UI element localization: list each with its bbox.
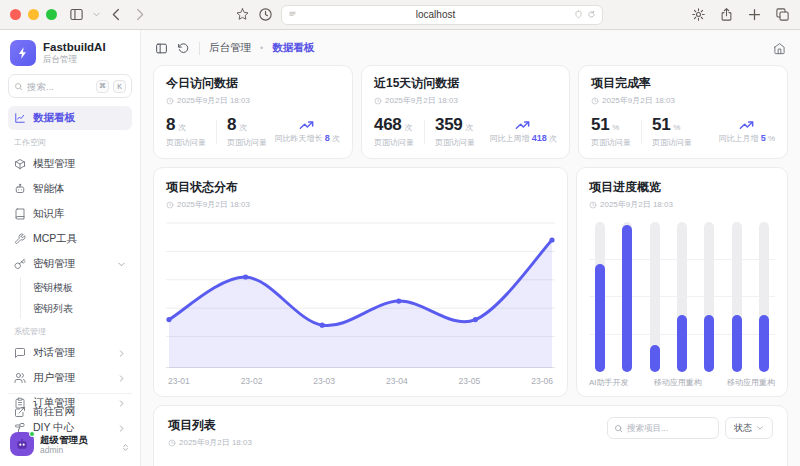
stat-unit: 次 xyxy=(465,122,473,133)
home-icon[interactable] xyxy=(773,42,786,55)
sidebar-item-label: 知识库 xyxy=(33,207,126,221)
stat-card-date-row: 2025年9月2日 18:03 xyxy=(591,95,775,106)
stat-block: 468次页面访问量 xyxy=(374,115,414,148)
trend-indicator: 同比上月增 5 % xyxy=(718,119,775,144)
reload-icon[interactable] xyxy=(587,10,596,19)
stat-card-date: 2025年9月2日 18:03 xyxy=(385,95,458,106)
status-filter-select[interactable]: 状态 xyxy=(725,417,773,439)
project-search[interactable] xyxy=(607,417,719,439)
clock-icon xyxy=(591,97,599,105)
sidebar-item-knowledge[interactable]: 知识库 xyxy=(8,202,132,226)
trend-label: 同比上周增 xyxy=(490,134,530,143)
project-search-input[interactable] xyxy=(627,423,712,433)
stat-block: 51%页面访问量 xyxy=(591,115,631,148)
sidebar-search-input[interactable] xyxy=(27,81,92,92)
bar-track xyxy=(704,222,714,372)
sidebar-item-label: 智能体 xyxy=(33,182,126,196)
sidebar-item-model[interactable]: 模型管理 xyxy=(8,152,132,176)
x-tick-label: 23-05 xyxy=(459,376,481,386)
new-tab-icon[interactable] xyxy=(747,7,762,22)
stat-value: 8 xyxy=(227,115,236,135)
sidebar-item-label: 密钥管理 xyxy=(33,257,110,271)
stat-value: 51 xyxy=(591,115,609,135)
sidebar-section-label: 系统管理 xyxy=(14,326,126,337)
stat-unit: % xyxy=(612,123,619,132)
agent-icon xyxy=(14,183,26,195)
zoom-window-button[interactable] xyxy=(46,9,57,20)
bar-track xyxy=(622,222,632,372)
sidebar-item-key[interactable]: 密钥管理 xyxy=(8,252,132,276)
breadcrumb-separator: • xyxy=(260,43,263,53)
stat-card-date: 2025年9月2日 18:03 xyxy=(602,95,675,106)
bar-chart-title: 项目进度概览 xyxy=(589,179,775,196)
back-icon[interactable] xyxy=(109,7,124,22)
collapse-sidebar-icon[interactable] xyxy=(155,42,168,55)
bar xyxy=(677,315,687,372)
sidebar-item-users[interactable]: 用户管理 xyxy=(8,366,132,390)
stat-block: 8次页面访问量 xyxy=(166,115,206,148)
settings-gear-icon[interactable] xyxy=(691,7,706,22)
chrome-right-icons xyxy=(691,7,790,22)
line-chart xyxy=(166,220,555,372)
breadcrumb-current: 数据看板 xyxy=(272,41,314,55)
stat-divider xyxy=(641,120,642,144)
trend-value: 418 xyxy=(532,133,547,143)
trend-label: 同比上月增 xyxy=(718,134,758,143)
line-chart-card: 项目状态分布 2025年9月2日 18:03 23-0123-0223-0323… xyxy=(153,167,568,397)
stat-card-title: 近15天访问数据 xyxy=(374,75,557,92)
stat-value: 468 xyxy=(374,115,401,135)
address-bar[interactable]: localhost xyxy=(281,5,603,25)
url-text: localhost xyxy=(301,9,570,20)
stat-label: 页面访问量 xyxy=(374,137,414,148)
window-controls xyxy=(10,9,57,20)
sidebar-item-dashboard[interactable]: 数据看板 xyxy=(8,106,132,130)
dashboard-icon xyxy=(14,112,26,124)
trend-value: 5 xyxy=(761,133,766,143)
stat-card-date-row: 2025年9月2日 18:03 xyxy=(166,95,340,106)
breadcrumb-root[interactable]: 后台管理 xyxy=(209,41,251,55)
chevron-right-icon xyxy=(117,374,126,383)
line-chart-title: 项目状态分布 xyxy=(166,179,555,196)
stat-label: 页面访问量 xyxy=(435,137,475,148)
bar xyxy=(704,315,714,372)
bar-track xyxy=(732,222,742,372)
refresh-icon[interactable] xyxy=(177,42,190,55)
tab-overview-icon[interactable] xyxy=(775,7,790,22)
stats-row: 8次页面访问量8次页面访问量同比昨天增长 8 次 xyxy=(166,115,340,148)
sidebar-subitem[interactable]: 密钥模板 xyxy=(27,277,132,298)
sidebar-search[interactable]: ⌘ K xyxy=(8,74,132,98)
sidebar-item-label: 用户管理 xyxy=(33,371,110,385)
forward-icon[interactable] xyxy=(132,7,147,22)
sidebar-item-agent[interactable]: 智能体 xyxy=(8,177,132,201)
user-menu[interactable]: 超级管理员 admin xyxy=(8,430,132,458)
stat-label: 页面访问量 xyxy=(652,137,692,148)
x-tick-label: 23-03 xyxy=(313,376,335,386)
browser-window: localhost FastbuildAI 后台管理 xyxy=(0,0,800,466)
share-icon[interactable] xyxy=(719,7,734,22)
clock-icon xyxy=(168,439,176,447)
chevron-down-icon[interactable] xyxy=(92,10,101,19)
bookmark-star-icon[interactable] xyxy=(235,7,250,22)
trend-value: 8 xyxy=(325,133,330,143)
close-window-button[interactable] xyxy=(10,9,21,20)
clock-icon xyxy=(374,97,382,105)
main-area: 后台管理 • 数据看板 今日访问数据2025年9月2日 18:038次页面访问量… xyxy=(141,30,800,466)
reader-icon[interactable] xyxy=(288,10,297,19)
minimize-window-button[interactable] xyxy=(28,9,39,20)
sidebar-menu: 数据看板工作空间模型管理智能体知识库MCP工具密钥管理密钥模板密钥列表系统管理对… xyxy=(8,106,132,393)
browser-sidebar-toggle-icon[interactable] xyxy=(69,7,84,22)
trend-indicator: 同比昨天增长 8 次 xyxy=(275,119,340,144)
bar-track xyxy=(650,222,660,372)
sidebar-item-official-site[interactable]: 前往官网 xyxy=(8,400,132,424)
sidebar-item-chat[interactable]: 对话管理 xyxy=(8,341,132,365)
stat-unit: 次 xyxy=(404,122,412,133)
search-icon xyxy=(614,424,623,433)
sidebar-subitem[interactable]: 密钥列表 xyxy=(27,298,132,319)
key-icon xyxy=(14,258,26,270)
trend-text: 同比上周增 418 次 xyxy=(490,133,558,144)
user-name: 超级管理员 xyxy=(40,434,88,445)
project-list-title: 项目列表 xyxy=(168,417,252,434)
bar-category-label: AI助手开发 xyxy=(589,377,629,388)
history-clock-icon[interactable] xyxy=(258,7,273,22)
sidebar-item-wrench[interactable]: MCP工具 xyxy=(8,227,132,251)
